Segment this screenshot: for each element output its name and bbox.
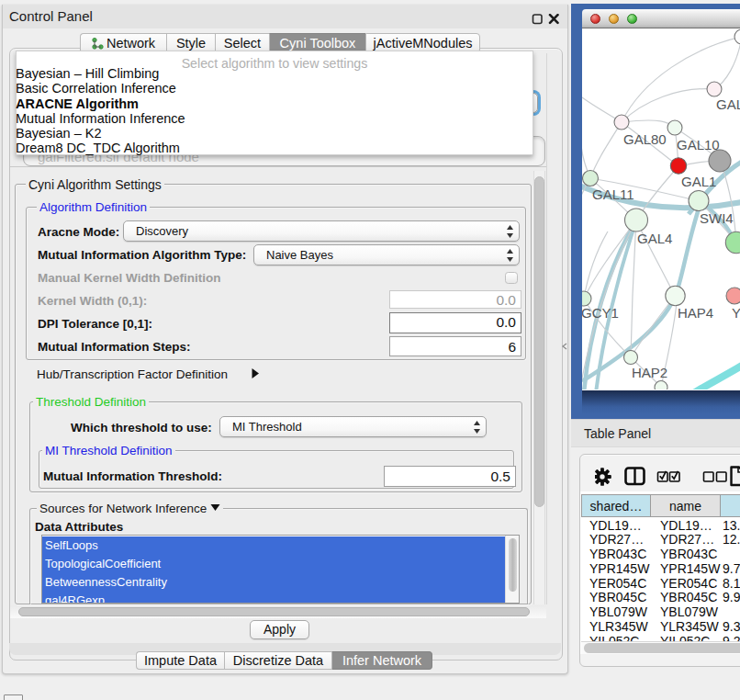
svg-text:GAL7: GAL7 [716,96,740,112]
svg-text:HAP4: HAP4 [678,305,713,321]
svg-text:SWI4: SWI4 [700,210,734,226]
svg-text:GAL11: GAL11 [592,186,634,202]
svg-text:HAP2: HAP2 [632,365,667,380]
svg-text:Y: Y [732,305,740,321]
svg-text:GAL4: GAL4 [637,231,672,246]
svg-text:GAL80: GAL80 [623,131,667,147]
svg-text:GAL10: GAL10 [677,137,720,152]
svg-text:GCY1: GCY1 [582,305,619,321]
svg-text:GAL1: GAL1 [681,174,716,189]
